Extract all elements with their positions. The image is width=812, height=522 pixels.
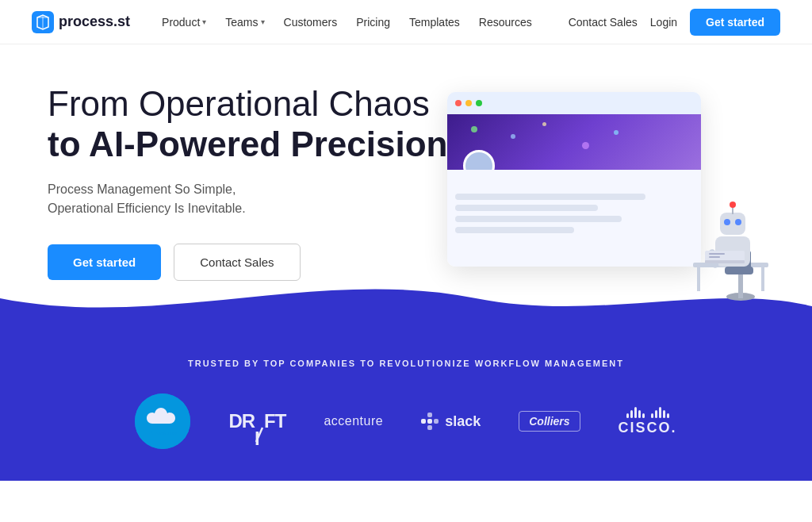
- slack-icon: [421, 413, 439, 430]
- robot-illustration: [677, 179, 772, 298]
- browser-body-top: [447, 114, 701, 170]
- svg-rect-9: [720, 213, 745, 235]
- svg-rect-17: [709, 253, 725, 255]
- svg-rect-5: [738, 273, 743, 298]
- svg-point-13: [735, 219, 741, 225]
- particle: [471, 126, 477, 132]
- particle: [582, 142, 589, 149]
- browser-bar: [447, 92, 701, 114]
- svg-point-12: [724, 219, 730, 225]
- svg-rect-25: [434, 419, 439, 424]
- particle: [614, 130, 619, 135]
- particle: [542, 122, 546, 126]
- svg-rect-18: [709, 256, 720, 258]
- cisco-logo: CISCO.: [619, 407, 677, 436]
- nav-links: Product ▾ Teams ▾ Customers Pricing Temp…: [154, 11, 569, 33]
- hero-title: From Operational Chaos to AI-Powered Pre…: [48, 84, 460, 164]
- browser-line: [455, 216, 622, 222]
- hero-section: From Operational Chaos to AI-Powered Pre…: [0, 44, 812, 330]
- get-started-button[interactable]: Get started: [690, 9, 780, 36]
- login-link[interactable]: Login: [650, 16, 677, 29]
- hero-get-started-button[interactable]: Get started: [48, 244, 161, 280]
- logos-row: salesforce DR I FT accenture: [135, 393, 676, 449]
- cisco-dots: [626, 407, 669, 418]
- svg-line-21: [256, 428, 262, 442]
- drift-slash-icon: [255, 426, 264, 443]
- nav-item-product[interactable]: Product ▾: [154, 11, 214, 33]
- navbar: process.st Product ▾ Teams ▾ Customers P…: [0, 0, 812, 44]
- accenture-logo: accenture: [324, 414, 383, 428]
- browser-lines: [455, 194, 693, 233]
- browser-dot-yellow: [465, 100, 472, 106]
- nav-item-pricing[interactable]: Pricing: [348, 11, 398, 33]
- svg-point-11: [730, 202, 736, 208]
- svg-rect-26: [427, 425, 432, 430]
- hero-buttons: Get started Contact Sales: [48, 244, 460, 281]
- chevron-icon: ▾: [261, 17, 265, 26]
- hero-contact-sales-button[interactable]: Contact Sales: [174, 244, 300, 281]
- nav-item-customers[interactable]: Customers: [276, 11, 346, 33]
- svg-rect-16: [705, 260, 745, 263]
- contact-sales-link[interactable]: Contact Sales: [569, 16, 638, 29]
- browser-avatar: [463, 150, 495, 170]
- svg-rect-23: [427, 413, 432, 417]
- slack-logo: slack: [421, 413, 481, 430]
- colliers-logo: Colliers: [519, 411, 580, 432]
- browser-line: [455, 205, 598, 211]
- salesforce-logo: salesforce: [135, 393, 190, 449]
- hero-subtitle: Process Management So Simple, Operationa…: [48, 180, 460, 218]
- browser-line: [455, 227, 574, 233]
- browser-dot-red: [455, 100, 462, 106]
- nav-right: Contact Sales Login Get started: [569, 9, 780, 36]
- robot-svg: [677, 179, 772, 306]
- svg-rect-22: [421, 419, 426, 424]
- particle: [511, 134, 515, 139]
- chevron-icon: ▾: [202, 17, 206, 26]
- logo-icon: [32, 11, 54, 33]
- hero-content: From Operational Chaos to AI-Powered Pre…: [48, 84, 460, 281]
- svg-rect-24: [427, 419, 432, 424]
- trusted-section: TRUSTED BY TOP COMPANIES TO REVOLUTIONIZ…: [0, 330, 812, 481]
- nav-item-teams[interactable]: Teams ▾: [217, 11, 272, 33]
- salesforce-cloud-icon: salesforce: [135, 393, 190, 449]
- hero-illustration: [447, 92, 780, 314]
- svg-rect-3: [761, 267, 764, 291]
- browser-line: [455, 194, 645, 200]
- trusted-label: TRUSTED BY TOP COMPANIES TO REVOLUTIONIZ…: [188, 359, 624, 368]
- browser-dot-green: [476, 100, 482, 106]
- logo[interactable]: process.st: [32, 11, 130, 33]
- drift-logo: DR I FT: [228, 410, 285, 432]
- nav-item-resources[interactable]: Resources: [471, 11, 540, 33]
- svg-rect-2: [697, 267, 700, 291]
- brand-name: process.st: [59, 13, 130, 30]
- nav-item-templates[interactable]: Templates: [401, 11, 468, 33]
- browser-body-bottom: [447, 170, 701, 267]
- svg-text:salesforce: salesforce: [149, 430, 177, 436]
- browser-mockup: [447, 92, 701, 267]
